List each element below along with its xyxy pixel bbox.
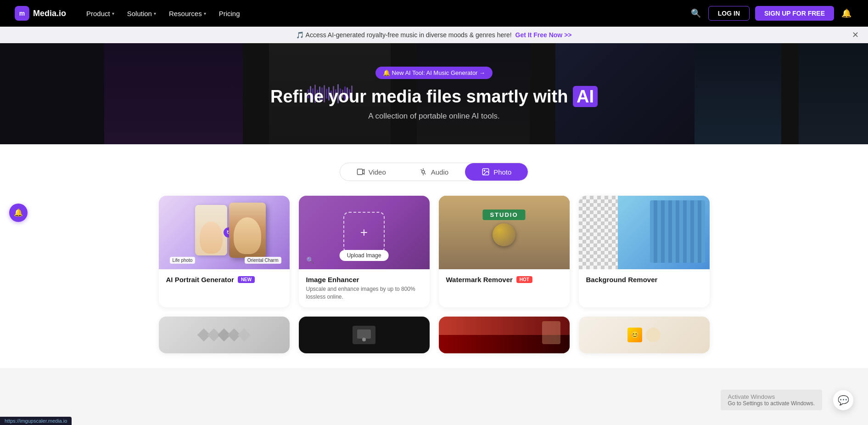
audio-icon	[419, 168, 427, 176]
logo-icon: m	[15, 6, 29, 21]
card-bottom-portrait: AI Portrait Generator NEW	[159, 269, 290, 290]
upload-image-button[interactable]: Upload Image	[340, 250, 389, 261]
portrait-label-after: Oriental Charm	[245, 257, 281, 264]
bell-icon: 🔔	[841, 9, 851, 18]
hero-badge[interactable]: 🔔 New AI Tool: AI Music Generator →	[375, 67, 493, 79]
badge-text: 🔔 New AI Tool: AI Music Generator →	[383, 69, 485, 76]
tab-photo[interactable]: Photo	[465, 163, 528, 181]
nav-resources[interactable]: Resources ▾	[163, 7, 212, 20]
badge-new: NEW	[238, 276, 255, 283]
tool-card-bottom-4[interactable]: 😊	[579, 317, 710, 353]
announcement-close-button[interactable]: ✕	[852, 30, 859, 40]
badge-hot: HOT	[516, 276, 532, 283]
card-title-watermark: Watermark Remover	[446, 276, 513, 283]
building-grid	[650, 200, 705, 263]
nav-pricing[interactable]: Pricing	[213, 7, 246, 20]
svg-point-3	[484, 170, 485, 171]
navbar-left: m Media.io Product ▾ Solution ▾ Resource…	[15, 6, 246, 21]
tools-section: Video Audio Photo	[0, 144, 868, 368]
tool-card-bottom-3[interactable]	[439, 317, 570, 353]
photo-icon	[482, 168, 490, 176]
search-icon: 🔍	[691, 9, 701, 18]
hero-panel-10	[781, 43, 799, 144]
navbar: m Media.io Product ▾ Solution ▾ Resource…	[0, 0, 868, 27]
upload-plus-icon: +	[360, 226, 368, 239]
notification-icon: 🔔	[14, 208, 23, 217]
logo[interactable]: m Media.io	[15, 6, 66, 21]
hero-section: 🔔 New AI Tool: AI Music Generator → Refi…	[0, 43, 868, 144]
hero-panel-2	[104, 43, 243, 144]
hero-panel-9	[694, 43, 781, 144]
chevron-down-icon: ▾	[204, 11, 206, 16]
nav-product[interactable]: Product ▾	[81, 7, 120, 20]
card-preview-bg-remover	[579, 196, 710, 269]
search-button[interactable]: 🔍	[689, 6, 703, 20]
card-preview-watermark: STUDIO	[439, 196, 570, 269]
door-knocker	[493, 223, 515, 246]
building-overlay	[618, 196, 710, 269]
chevron-down-icon: ▾	[154, 11, 156, 16]
portrait-after	[229, 203, 266, 258]
card-title-bg-remover: Background Remover	[586, 276, 658, 283]
tool-card-bottom-1[interactable]	[159, 317, 290, 353]
tools-grid-row2: 😊	[159, 317, 710, 353]
svg-point-1	[422, 170, 425, 173]
tool-card-bottom-2[interactable]	[299, 317, 430, 353]
portrait-before	[195, 205, 227, 255]
hero-content: 🔔 New AI Tool: AI Music Generator → Refi…	[263, 67, 605, 121]
hero-subtitle: A collection of portable online AI tools…	[270, 112, 598, 121]
tool-card-watermark[interactable]: STUDIO Watermark Remover HOT	[439, 196, 570, 307]
card-bottom-enhancer: Image Enhancer Upscale and enhance image…	[299, 269, 430, 307]
search-zoom-icon: 🔍	[306, 256, 314, 264]
navbar-right: 🔍 LOG IN SIGN UP FOR FREE 🔔	[689, 6, 853, 21]
card-preview-bottom4: 😊	[579, 317, 710, 353]
tool-card-ai-portrait[interactable]: ↻ Life photo Oriental Charm AI Portrait …	[159, 196, 290, 307]
announcement-cta[interactable]: Get It Free Now >>	[515, 31, 572, 39]
notification-circle[interactable]: 🔔	[9, 204, 28, 222]
tool-card-bg-remover[interactable]: Background Remover	[579, 196, 710, 307]
announcement-text: 🎵 Access AI-generated royalty-free music…	[296, 31, 511, 39]
card-bottom-watermark: Watermark Remover HOT	[439, 269, 570, 290]
tab-audio[interactable]: Audio	[403, 163, 465, 181]
portrait-label-before: Life photo	[170, 257, 196, 264]
ai-highlight: AI	[573, 86, 598, 107]
tab-bar: Video Audio Photo	[11, 163, 857, 181]
hero-panel-11	[799, 43, 868, 144]
nav-links: Product ▾ Solution ▾ Resources ▾ Pricing	[81, 7, 245, 20]
studio-sign: STUDIO	[482, 210, 525, 220]
card-bottom-bg-remover: Background Remover	[579, 269, 710, 290]
upload-box: +	[343, 212, 385, 253]
card-preview-bottom3	[439, 317, 570, 353]
tab-group: Video Audio Photo	[340, 163, 529, 181]
tool-card-image-enhancer[interactable]: + Upload Image 🔍 Image Enhancer Upscale …	[299, 196, 430, 307]
brand-name: Media.io	[33, 9, 66, 18]
nav-solution[interactable]: Solution ▾	[122, 7, 162, 20]
card-title-portrait: AI Portrait Generator	[166, 276, 234, 283]
signup-button[interactable]: SIGN UP FOR FREE	[755, 6, 834, 21]
video-icon	[357, 168, 365, 176]
card-description-enhancer: Upscale and enhance images by up to 800%…	[306, 285, 422, 301]
login-button[interactable]: LOG IN	[708, 6, 750, 21]
notification-bell[interactable]: 🔔	[840, 6, 853, 20]
chevron-down-icon: ▾	[112, 11, 114, 16]
tab-video[interactable]: Video	[340, 163, 403, 181]
card-preview-bottom2	[299, 317, 430, 353]
close-icon: ✕	[852, 30, 859, 40]
announcement-bar: 🎵 Access AI-generated royalty-free music…	[0, 27, 868, 43]
card-preview-portrait: ↻ Life photo Oriental Charm	[159, 196, 290, 269]
hero-title: Refine your media files smartly with AI	[270, 86, 598, 108]
hero-panel-1	[0, 43, 104, 144]
tools-grid: ↻ Life photo Oriental Charm AI Portrait …	[159, 196, 710, 307]
card-preview-bottom1	[159, 317, 290, 353]
card-title-enhancer: Image Enhancer	[306, 276, 359, 283]
svg-rect-0	[357, 169, 362, 175]
card-preview-enhancer: + Upload Image 🔍	[299, 196, 430, 269]
